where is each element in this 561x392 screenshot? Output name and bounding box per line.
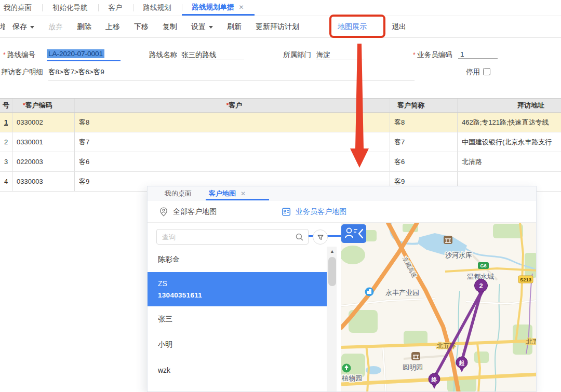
copy-button[interactable]: 复制 (163, 22, 177, 32)
refresh-button[interactable]: 刷新 (227, 22, 242, 32)
close-icon[interactable]: ✕ (239, 4, 244, 11)
move-up-button[interactable]: 上移 (105, 22, 120, 32)
chevron-down-icon (30, 26, 34, 29)
list-item[interactable]: 小明 (148, 332, 327, 357)
app-root: 我的桌面 初始化导航 客户 路线规划 路线规划单据 ✕ 增 保存 放弃 删除 上… (0, 0, 561, 392)
document-tab-bar: 我的桌面 初始化导航 客户 路线规划 路线规划单据 ✕ (0, 0, 561, 16)
salesman-search (156, 229, 309, 245)
person-pin-icon (159, 207, 168, 217)
visit-detail-label: 拜访客户明细 (1, 67, 43, 77)
salesman-card-icon (282, 207, 291, 217)
list-item[interactable]: 李芬芬 (148, 383, 327, 391)
scroll-up-icon[interactable]: ▲ (327, 247, 337, 256)
route-no-underline (47, 60, 121, 61)
tab-salesman-customers-map[interactable]: 业务员客户地图 (282, 200, 346, 223)
scrollbar-thumb[interactable] (328, 257, 336, 286)
delete-button[interactable]: 删除 (77, 22, 91, 32)
tab-customer[interactable]: 客户 (98, 0, 133, 16)
list-item[interactable]: 张三 (148, 306, 327, 332)
industry-park-label: 永丰产业园 (385, 289, 419, 296)
salesman-list: 陈彩金 ZS 13040351611 张三 小明 wzk 李芬芬 (148, 247, 327, 391)
route-no-field[interactable]: LA-2020-07-0001 (47, 50, 104, 58)
svg-text:起: 起 (459, 360, 465, 366)
dept-label: 所属部门 (283, 50, 311, 60)
s213-badge-label: S213 (520, 277, 531, 282)
map-display-button[interactable]: 地图展示 (338, 22, 367, 32)
table-row[interactable]: 2 0330001 客7 客7 中国建设银行(北京永丰路支行 (0, 132, 561, 152)
map-window-tab-bar: 我的桌面 客户地图 ✕ (148, 186, 536, 200)
exit-button[interactable]: 退出 (392, 22, 406, 32)
col-customer-code: 客户编码 (12, 99, 75, 112)
svg-text:2: 2 (479, 282, 483, 290)
col-visit-address: 拜访地址 (458, 99, 561, 112)
dept-field[interactable]: 海淀 (316, 50, 364, 60)
table-row[interactable]: 3 0220003 客6 客6 北清路 (0, 152, 561, 172)
map-canvas[interactable]: 京藏高速 沙河水库 G6 温都水城 S213 永丰产业园 北五环 (341, 223, 537, 392)
botanical-landmark (342, 364, 351, 373)
disable-label: 停用 (466, 67, 480, 77)
botanical-label: 植物园 (341, 374, 362, 382)
g6-badge-label: G6 (480, 263, 486, 268)
tab-init-nav[interactable]: 初始化导航 (42, 0, 98, 16)
list-scrollbar[interactable]: ▲ (327, 247, 337, 391)
chevron-down-icon (209, 26, 213, 29)
disable-checkbox[interactable] (483, 68, 490, 75)
list-item[interactable]: 陈彩金 (148, 247, 327, 272)
salesman-code-label: 业务员编码 (413, 50, 452, 60)
tab-all-customers-map[interactable]: 全部客户地图 (159, 200, 217, 223)
toolbar: 增 保存 放弃 删除 上移 下移 复制 设置 刷新 更新拜访计划 地图展示 退出 (0, 16, 561, 38)
svg-text:终: 终 (431, 376, 438, 383)
visit-detail-field[interactable]: 客8>客7>客6>客9 (48, 67, 415, 80)
tab-my-desktop[interactable]: 我的桌面 (165, 186, 192, 200)
col-customer-short: 客户简称 (390, 99, 458, 112)
filter-button[interactable] (313, 229, 328, 245)
col-rownum: 号 (0, 99, 12, 112)
reservoir-landmark (444, 236, 452, 244)
route-no-label: 路线编号 (3, 50, 35, 60)
discard-button[interactable]: 放弃 (48, 22, 63, 32)
tab-customer-map[interactable]: 客户地图 ✕ (209, 186, 246, 200)
table-row[interactable]: 1 0330002 客8 客8 462路;专121路;快速直达专线 (0, 113, 561, 132)
collapse-panel-button[interactable] (341, 224, 366, 243)
list-item[interactable]: wzk (148, 357, 327, 383)
route-name-field[interactable]: 张三的路线 (181, 50, 244, 60)
customer-table: 号 客户编码 客户 客户简称 拜访地址 1 0330002 客8 客8 462路… (0, 98, 561, 192)
table-header-row: 号 客户编码 客户 客户简称 拜访地址 (0, 99, 561, 113)
list-item-selected[interactable]: ZS 13040351611 (148, 272, 327, 306)
tab-route-planning-doc[interactable]: 路线规划单据 ✕ (182, 0, 255, 16)
map-view-switcher: 全部客户地图 业务员客户地图 (148, 200, 536, 223)
customer-map-window: 我的桌面 客户地图 ✕ 全部客户地图 (147, 186, 537, 392)
search-icon[interactable] (295, 233, 304, 241)
search-input[interactable] (162, 229, 292, 244)
tab-route-planning[interactable]: 路线规划 (133, 0, 182, 16)
salesman-code-field[interactable]: 1 (458, 50, 498, 59)
tab-my-desktop[interactable]: 我的桌面 (0, 0, 42, 16)
update-visit-plan-button[interactable]: 更新拜访计划 (256, 22, 299, 32)
filter-icon (317, 234, 324, 241)
settings-button[interactable]: 设置 (191, 22, 213, 32)
yuanmingyuan-label: 圆明园 (403, 363, 423, 371)
yuanmingyuan-landmark (411, 352, 420, 360)
route-name-label: 路线名称 (149, 50, 177, 60)
close-icon[interactable]: ✕ (241, 190, 246, 197)
clipped-add-button[interactable]: 增 (0, 22, 5, 32)
industry-park-landmark (365, 288, 374, 296)
fifth-ring-label-right: 北五 (526, 338, 537, 345)
col-customer: 客户 (75, 99, 390, 112)
move-down-button[interactable]: 下移 (134, 22, 149, 32)
save-button[interactable]: 保存 (12, 22, 34, 32)
reservoir-label: 沙河水库 (445, 251, 472, 259)
map-svg: 京藏高速 沙河水库 G6 温都水城 S213 永丰产业园 北五环 (341, 223, 537, 392)
